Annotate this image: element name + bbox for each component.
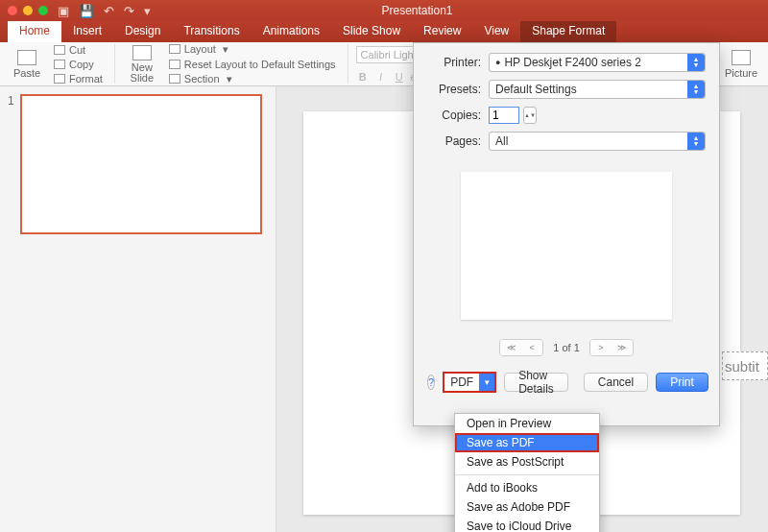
printer-value: HP Deskjet F2400 series 2 — [504, 56, 641, 69]
section-icon — [169, 74, 180, 84]
tab-review[interactable]: Review — [412, 21, 472, 42]
print-preview — [461, 172, 672, 320]
undo-icon[interactable]: ↶ — [104, 4, 114, 18]
copy-label: Copy — [69, 59, 94, 70]
pages-select[interactable]: All ▲▼ — [489, 132, 706, 151]
autosave-icon[interactable]: ▣ — [58, 4, 69, 18]
tab-insert[interactable]: Insert — [61, 21, 113, 42]
copies-label: Copies: — [427, 109, 481, 122]
presets-value: Default Settings — [495, 83, 577, 96]
subtitle-placeholder[interactable]: subtit — [722, 351, 768, 380]
print-dialog: Printer: ● HP Deskjet F2400 series 2 ▲▼ … — [413, 42, 720, 426]
menu-open-in-preview[interactable]: Open in Preview — [455, 414, 599, 433]
pages-value: All — [495, 134, 508, 148]
reset-layout-button[interactable]: Reset Layout to Default Settings — [165, 58, 340, 71]
tab-animations[interactable]: Animations — [252, 21, 331, 42]
slide-thumbnail-panel: 1 — [0, 86, 276, 532]
presets-select[interactable]: Default Settings ▲▼ — [489, 80, 706, 99]
layout-button[interactable]: Layout ▾ — [165, 42, 340, 57]
tab-design[interactable]: Design — [113, 21, 172, 42]
layout-label: Layout — [184, 43, 216, 55]
maximize-window-button[interactable] — [38, 6, 48, 15]
copy-button[interactable]: Copy — [50, 58, 107, 71]
show-details-button[interactable]: Show Details — [504, 373, 568, 392]
print-pager: ≪ < 1 of 1 > ≫ — [427, 339, 706, 356]
underline-button[interactable]: U — [393, 71, 406, 83]
slides-group: New Slide Layout ▾ Reset Layout to Defau… — [123, 44, 348, 84]
tab-view[interactable]: View — [472, 21, 520, 42]
tab-home[interactable]: Home — [8, 21, 61, 42]
tab-shape-format[interactable]: Shape Format — [520, 21, 616, 42]
first-page-button[interactable]: ≪ — [500, 340, 521, 355]
new-slide-label: New Slide — [131, 62, 154, 84]
prev-page-button[interactable]: < — [521, 340, 542, 355]
menu-save-to-icloud[interactable]: Save to iCloud Drive — [455, 517, 599, 532]
menu-add-to-ibooks[interactable]: Add to iBooks — [455, 478, 599, 497]
pdf-dropdown-button[interactable]: PDF ▼ — [443, 372, 496, 393]
cancel-label: Cancel — [598, 375, 634, 389]
menu-save-as-adobe-pdf[interactable]: Save as Adobe PDF — [455, 497, 599, 517]
help-icon: ? — [428, 376, 434, 388]
copies-stepper[interactable]: ▲▼ — [523, 107, 537, 124]
pdf-label: PDF — [444, 374, 479, 391]
subtitle-text: subtit — [725, 358, 759, 375]
paste-icon — [17, 50, 36, 65]
next-page-button[interactable]: > — [590, 340, 612, 355]
new-slide-button[interactable]: New Slide — [123, 45, 161, 84]
show-details-label: Show Details — [518, 369, 554, 396]
slide-thumbnail-1[interactable] — [20, 94, 262, 234]
reset-label: Reset Layout to Default Settings — [184, 59, 336, 70]
format-button[interactable]: Format — [50, 72, 107, 85]
clipboard-group: Paste Cut Copy Format — [8, 44, 115, 84]
title-bar: ▣ 💾 ↶ ↷ ▾ Presentation1 — [0, 0, 768, 21]
cancel-button[interactable]: Cancel — [584, 373, 648, 392]
copies-input[interactable] — [489, 107, 519, 124]
picture-icon — [732, 50, 751, 65]
last-page-button[interactable]: ≫ — [612, 340, 633, 355]
picture-label: Picture — [725, 67, 757, 79]
format-label: Format — [69, 73, 103, 85]
tab-transitions[interactable]: Transitions — [172, 21, 251, 42]
window-controls — [8, 6, 48, 15]
copy-icon — [54, 60, 65, 69]
document-title: Presentation1 — [151, 4, 684, 17]
reset-icon — [169, 60, 180, 69]
paste-label: Paste — [13, 67, 40, 79]
tab-slideshow[interactable]: Slide Show — [331, 21, 412, 42]
minimize-window-button[interactable] — [23, 6, 33, 15]
chevron-updown-icon: ▲▼ — [687, 81, 705, 98]
pdf-menu: Open in Preview Save as PDF Save as Post… — [454, 413, 600, 532]
print-label: Print — [670, 375, 694, 389]
save-icon[interactable]: 💾 — [79, 4, 94, 18]
cut-label: Cut — [69, 44, 85, 56]
chevron-updown-icon: ▲▼ — [687, 133, 705, 150]
pages-label: Pages: — [427, 134, 481, 148]
help-button[interactable]: ? — [427, 375, 435, 390]
menu-save-as-pdf[interactable]: Save as PDF — [455, 433, 599, 452]
chevron-updown-icon: ▲▼ — [687, 54, 705, 71]
redo-icon[interactable]: ↷ — [124, 4, 134, 18]
qat-more-icon[interactable]: ▾ — [144, 4, 151, 18]
menu-save-as-postscript[interactable]: Save as PostScript — [455, 452, 599, 472]
ribbon-tabs: Home Insert Design Transitions Animation… — [0, 21, 768, 42]
printer-label: Printer: — [427, 56, 481, 69]
printer-status-icon: ● — [495, 58, 500, 67]
pager-text: 1 of 1 — [553, 342, 580, 353]
close-window-button[interactable] — [8, 6, 17, 15]
section-label: Section — [184, 73, 220, 85]
menu-separator — [455, 474, 599, 475]
thumbnail-number: 1 — [8, 94, 14, 234]
new-slide-icon — [132, 45, 152, 60]
cut-icon — [54, 45, 65, 55]
chevron-down-icon: ▼ — [479, 374, 494, 391]
italic-button[interactable]: I — [374, 71, 388, 83]
print-button[interactable]: Print — [656, 373, 708, 392]
section-button[interactable]: Section ▾ — [165, 72, 340, 86]
printer-select[interactable]: ● HP Deskjet F2400 series 2 ▲▼ — [489, 53, 706, 72]
layout-icon — [169, 44, 180, 54]
paste-button[interactable]: Paste — [8, 45, 46, 84]
bold-button[interactable]: B — [356, 71, 370, 83]
presets-label: Presets: — [427, 83, 481, 96]
picture-button[interactable]: Picture — [722, 45, 760, 84]
cut-button[interactable]: Cut — [50, 43, 107, 57]
